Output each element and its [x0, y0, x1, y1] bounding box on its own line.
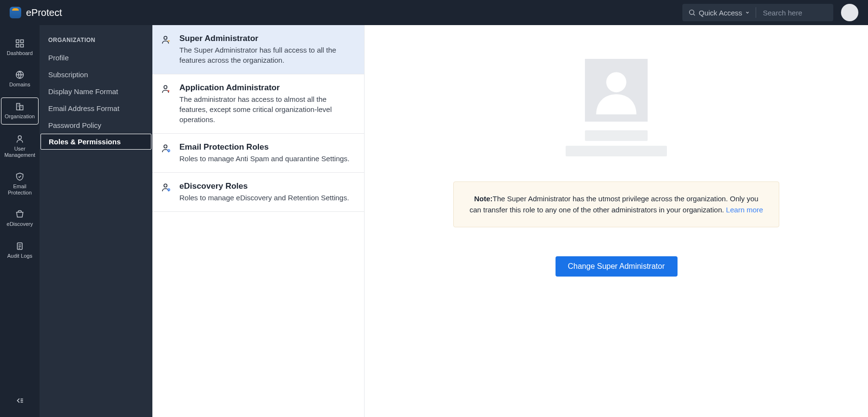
content: Super Administrator The Super Administra…: [152, 25, 868, 417]
quick-access-dropdown[interactable]: Quick Access: [682, 4, 756, 21]
nav-label: Domains: [9, 82, 30, 88]
sub-nav-roles-permissions[interactable]: Roles & Permissions: [41, 134, 151, 150]
svg-rect-5: [21, 44, 24, 47]
clipboard-icon: [15, 241, 25, 251]
role-text: eDiscovery Roles Roles to manage eDiscov…: [179, 181, 353, 203]
svg-point-24: [168, 150, 170, 152]
note-box: Note:The Super Administrator has the utm…: [453, 181, 779, 227]
nav-user-management[interactable]: User Management: [1, 130, 39, 162]
nav-ediscovery[interactable]: eDiscovery: [1, 206, 39, 231]
role-text: Application Administrator The administra…: [179, 83, 353, 125]
logo-icon: [10, 7, 21, 18]
role-title: Email Protection Roles: [179, 142, 353, 152]
sub-nav-email-address-format[interactable]: Email Address Format: [40, 100, 152, 117]
redacted-name: [585, 130, 648, 141]
main-layout: Dashboard Domains Organization User Mana…: [0, 25, 868, 417]
nav-organization[interactable]: Organization: [1, 97, 39, 124]
search-input[interactable]: [756, 9, 833, 17]
role-desc: The administrator has access to almost a…: [179, 94, 353, 125]
note-label: Note:: [474, 195, 492, 203]
nav-email-protection[interactable]: Email Protection: [1, 168, 39, 200]
sub-nav-subscription[interactable]: Subscription: [40, 66, 152, 83]
nav-label: eDiscovery: [7, 221, 33, 227]
archive-icon: [15, 209, 25, 219]
role-desc: Roles to manage Anti Spam and quarantine…: [179, 153, 353, 164]
search-container: Quick Access: [682, 4, 833, 21]
role-title: eDiscovery Roles: [179, 181, 353, 191]
profile-silhouette-icon: [592, 66, 640, 114]
globe-icon: [15, 70, 25, 80]
user-icon: [15, 134, 25, 144]
svg-point-21: [164, 36, 167, 39]
svg-line-1: [693, 14, 695, 15]
user-star-icon: [161, 84, 172, 95]
role-title: Super Administrator: [179, 34, 353, 43]
role-app-admin[interactable]: Application Administrator The administra…: [152, 74, 364, 134]
svg-point-0: [690, 10, 694, 14]
redacted-email: [566, 146, 667, 156]
svg-point-26: [168, 189, 170, 191]
search-icon: [688, 9, 696, 16]
sub-nav-profile[interactable]: Profile: [40, 49, 152, 66]
svg-point-22: [164, 85, 167, 88]
roles-list: Super Administrator The Super Administra…: [152, 25, 365, 417]
svg-point-13: [18, 136, 22, 139]
role-super-admin[interactable]: Super Administrator The Super Administra…: [152, 25, 364, 74]
sub-nav: ORGANIZATION Profile Subscription Displa…: [40, 25, 152, 417]
nav-collapse[interactable]: [15, 396, 25, 407]
building-icon: [15, 102, 25, 111]
sub-nav-password-policy[interactable]: Password Policy: [40, 117, 152, 134]
nav-label: Dashboard: [7, 50, 33, 56]
user-crown-icon: [161, 35, 172, 45]
role-title: Application Administrator: [179, 83, 353, 93]
nav-domains[interactable]: Domains: [1, 66, 39, 92]
svg-point-23: [164, 145, 167, 148]
note-text: The Super Administrator has the utmost p…: [470, 195, 759, 214]
quick-access-label: Quick Access: [699, 9, 742, 17]
detail-pane: Note:The Super Administrator has the utm…: [365, 25, 868, 417]
role-text: Super Administrator The Super Administra…: [179, 34, 353, 65]
svg-rect-4: [16, 44, 19, 47]
role-desc: Roles to manage eDiscovery and Retention…: [179, 193, 353, 203]
sub-nav-display-name-format[interactable]: Display Name Format: [40, 83, 152, 100]
role-desc: The Super Administrator has full access …: [179, 45, 353, 65]
learn-more-link[interactable]: Learn more: [726, 206, 763, 214]
svg-point-25: [164, 184, 167, 187]
change-super-admin-button[interactable]: Change Super Administrator: [556, 256, 678, 277]
user-avatar[interactable]: [841, 4, 858, 21]
role-text: Email Protection Roles Roles to manage A…: [179, 142, 353, 164]
nav-label: Audit Logs: [7, 253, 32, 259]
role-email-protection[interactable]: Email Protection Roles Roles to manage A…: [152, 134, 364, 173]
svg-rect-9: [20, 106, 23, 110]
profile-picture-placeholder: [585, 59, 648, 122]
header-right: Quick Access: [682, 4, 858, 21]
svg-rect-3: [21, 40, 24, 43]
chevron-down-icon: [745, 10, 750, 15]
dashboard-icon: [15, 39, 25, 48]
nav-audit-logs[interactable]: Audit Logs: [1, 237, 39, 263]
nav-rail: Dashboard Domains Organization User Mana…: [0, 25, 40, 417]
svg-rect-2: [16, 40, 19, 43]
svg-point-27: [606, 72, 626, 93]
note-content: Note:The Super Administrator has the utm…: [470, 195, 763, 214]
app-header: eProtect Quick Access: [0, 0, 868, 25]
nav-label: User Management: [1, 146, 39, 158]
app-name: eProtect: [26, 7, 62, 18]
header-brand: eProtect: [10, 7, 62, 18]
collapse-icon: [15, 396, 25, 405]
nav-label: Email Protection: [1, 183, 39, 196]
user-gear-icon: [161, 143, 172, 154]
nav-dashboard[interactable]: Dashboard: [1, 35, 39, 60]
user-gear-icon: [161, 182, 172, 193]
role-ediscovery[interactable]: eDiscovery Roles Roles to manage eDiscov…: [152, 173, 364, 212]
sub-nav-heading: ORGANIZATION: [40, 37, 152, 49]
nav-label: Organization: [5, 113, 35, 120]
shield-icon: [15, 172, 25, 181]
